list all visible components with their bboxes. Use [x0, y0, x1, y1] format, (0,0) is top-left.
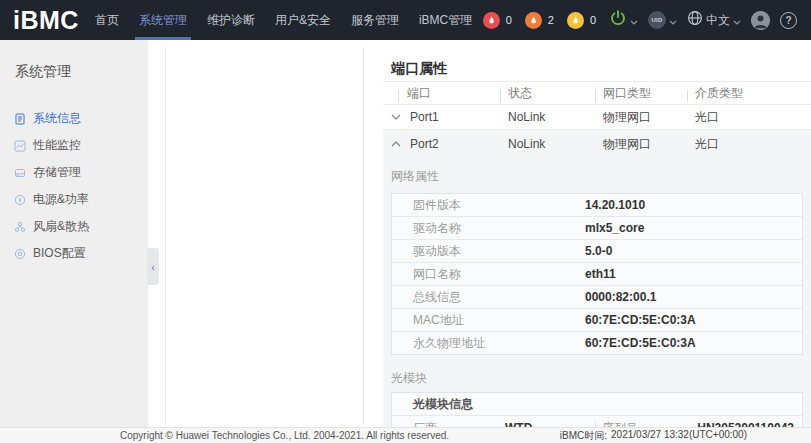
ibmc-page: iBMC 首页 系统管理 维护诊断 用户&安全 服务管理 iBMC管理 0 2: [0, 0, 811, 443]
ibmc-logo: iBMC: [13, 6, 79, 35]
port-name: Port2: [410, 137, 439, 151]
chevron-up-icon[interactable]: [391, 141, 401, 147]
vendor-label: 厂商: [392, 420, 505, 428]
chevron-down-icon: [733, 11, 741, 29]
table-row: 永久物理地址 60:7E:CD:5E:C0:3A: [392, 332, 802, 354]
attr-value: mlx5_core: [585, 221, 644, 235]
critical-alarm-indicator[interactable]: 0: [483, 12, 512, 29]
power-icon: [14, 194, 26, 206]
sidebar-item-bios-config[interactable]: BIOS配置: [0, 240, 148, 267]
port-nic-type: 物理网口: [595, 109, 687, 126]
chart-icon: [14, 140, 26, 152]
attr-value: eth11: [585, 267, 616, 281]
nav-service-management[interactable]: 服务管理: [341, 0, 409, 40]
attr-label: MAC地址: [392, 312, 585, 329]
nav-system-management[interactable]: 系统管理: [129, 0, 197, 40]
chevron-down-icon: [669, 11, 677, 29]
attr-label: 固件版本: [392, 197, 585, 214]
sidebar-item-label: 系统信息: [33, 110, 81, 127]
critical-flame-icon: [483, 12, 500, 29]
copyright-text: Copyright © Huawei Technologies Co., Ltd…: [120, 430, 449, 441]
attr-value: 60:7E:CD:5E:C0:3A: [585, 336, 696, 350]
column-header-port: 端口: [383, 85, 500, 102]
sidebar-item-label: 存储管理: [33, 164, 81, 181]
header-right-cluster: 0 2 0: [483, 9, 797, 31]
storage-icon: [14, 167, 26, 179]
sidebar-item-label: 电源&功率: [33, 191, 89, 208]
network-attributes-label: 网络属性: [391, 168, 803, 185]
language-label: 中文: [706, 12, 730, 29]
minor-alarm-count: 0: [590, 14, 596, 26]
adapter-view-panel: [165, 47, 364, 425]
sidebar-item-label: 性能监控: [33, 137, 81, 154]
port-nic-type: 物理网口: [595, 136, 687, 153]
table-row: 网口名称 eth11: [392, 263, 802, 286]
gear-icon: [14, 248, 26, 260]
attr-label: 驱动版本: [392, 243, 585, 260]
table-row: 厂商 WTD 序列号 HN205200110043: [392, 416, 802, 427]
port-media-type: 光口: [687, 109, 811, 126]
power-control-dropdown[interactable]: [609, 9, 638, 31]
table-row: MAC地址 60:7E:CD:5E:C0:3A: [392, 309, 802, 332]
optical-module-info-header: 光模块信息: [392, 393, 802, 416]
port-row-port1[interactable]: Port1 NoLink 物理网口 光口: [383, 105, 811, 130]
ports-table-header: 端口 状态 网口类型 介质类型: [383, 82, 811, 105]
attr-value: 60:7E:CD:5E:C0:3A: [585, 313, 696, 327]
sidebar-item-storage-management[interactable]: 存储管理: [0, 159, 148, 186]
sidebar-item-label: BIOS配置: [33, 245, 86, 262]
attr-label: 总线信息: [392, 289, 585, 306]
page-title: 端口属性: [391, 60, 803, 78]
help-icon[interactable]: ?: [780, 12, 797, 29]
optical-module-label: 光模块: [391, 370, 803, 387]
table-row: 总线信息 0000:82:00.1: [392, 286, 802, 309]
attr-label: 网口名称: [392, 266, 585, 283]
user-avatar[interactable]: [751, 11, 770, 30]
chevron-down-icon[interactable]: [391, 114, 401, 120]
globe-icon: [687, 10, 703, 30]
language-selector[interactable]: 中文: [687, 10, 741, 30]
optical-module-table: 光模块信息 厂商 WTD 序列号 HN205200110043: [391, 392, 803, 427]
document-icon: [14, 113, 26, 125]
critical-alarm-count: 0: [506, 14, 512, 26]
column-header-status: 状态: [500, 85, 595, 102]
footer: Copyright © Huawei Technologies Co., Ltd…: [0, 427, 811, 443]
power-icon: [609, 9, 627, 31]
uid-indicator-dropdown[interactable]: UID: [648, 11, 677, 29]
nav-home[interactable]: 首页: [85, 0, 129, 40]
sidebar-item-fans-cooling[interactable]: 风扇&散热: [0, 213, 148, 240]
column-header-nic-type: 网口类型: [595, 85, 687, 102]
sidebar-item-system-info[interactable]: 系统信息: [0, 105, 148, 132]
sidebar-item-power[interactable]: 电源&功率: [0, 186, 148, 213]
fan-icon: [14, 221, 26, 233]
attr-label: 驱动名称: [392, 220, 585, 237]
port2-detail-section: 网络属性 固件版本 14.20.1010 驱动名称 mlx5_core 驱动版本…: [383, 153, 811, 427]
network-attributes-table: 固件版本 14.20.1010 驱动名称 mlx5_core 驱动版本 5.0-…: [391, 193, 803, 355]
minor-flame-icon: [567, 12, 584, 29]
nav-user-security[interactable]: 用户&安全: [265, 0, 341, 40]
sidebar: 系统管理 系统信息 性能监控 存储管理 电源&功率 风扇&散热: [0, 40, 148, 427]
major-flame-icon: [525, 12, 542, 29]
port-status: NoLink: [500, 137, 595, 151]
table-row: 驱动版本 5.0-0: [392, 240, 802, 263]
main-nav: 首页 系统管理 维护诊断 用户&安全 服务管理 iBMC管理: [85, 0, 482, 40]
chevron-down-icon: [630, 11, 638, 29]
ports-table: 端口 状态 网口类型 介质类型 Port1 NoLink 物理网口 光口 Por…: [383, 81, 811, 159]
major-alarm-count: 2: [548, 14, 554, 26]
minor-alarm-indicator[interactable]: 0: [567, 12, 596, 29]
top-header: iBMC 首页 系统管理 维护诊断 用户&安全 服务管理 iBMC管理 0 2: [0, 0, 811, 40]
ibmc-time: iBMC时间: 2021/03/27 13:32(UTC+00:00): [560, 429, 747, 443]
attr-value: 5.0-0: [585, 244, 612, 258]
ibmc-time-value: 2021/03/27 13:32(UTC+00:00): [611, 429, 747, 443]
ibmc-time-label: iBMC时间:: [560, 429, 607, 443]
sidebar-title: 系统管理: [15, 63, 148, 81]
sidebar-collapse-handle[interactable]: ‹: [147, 248, 159, 285]
attr-value: 0000:82:00.1: [585, 290, 656, 304]
port-name: Port1: [410, 110, 439, 124]
nav-maintenance-diagnostics[interactable]: 维护诊断: [197, 0, 265, 40]
major-alarm-indicator[interactable]: 2: [525, 12, 554, 29]
port-media-type: 光口: [687, 136, 811, 153]
uid-icon: UID: [648, 11, 666, 29]
nav-ibmc-management[interactable]: iBMC管理: [409, 0, 482, 40]
sidebar-item-label: 风扇&散热: [33, 218, 89, 235]
sidebar-item-performance-monitor[interactable]: 性能监控: [0, 132, 148, 159]
